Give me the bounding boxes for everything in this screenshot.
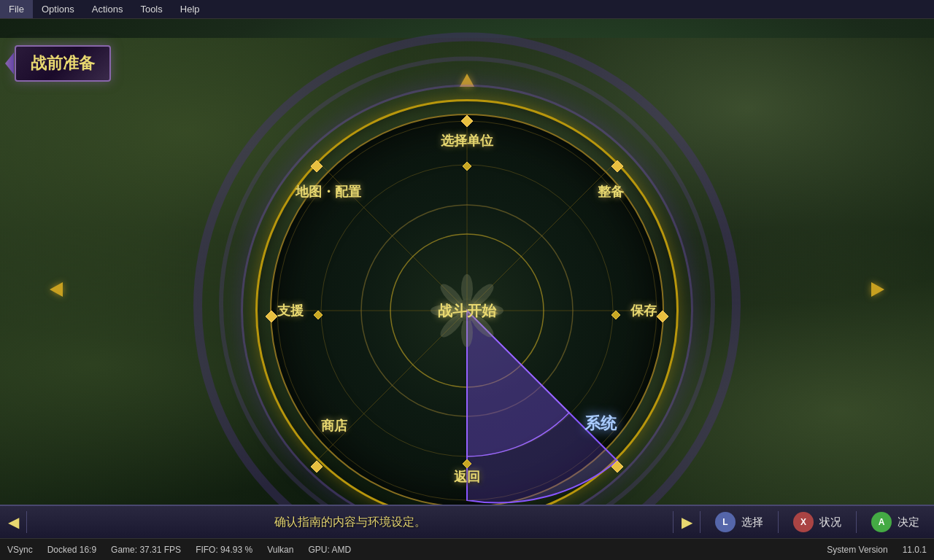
l-icon: L	[715, 512, 736, 532]
game-background: 战前准备	[0, 19, 934, 560]
menu-center-button[interactable]: 战斗开始	[438, 301, 496, 321]
status-bar: VSync Docked 16:9 Game: 37.31 FPS FIFO: …	[0, 538, 934, 560]
x-icon: X	[793, 512, 814, 532]
vsync-text: VSync	[7, 545, 33, 555]
action-btn-select[interactable]: L 选择	[700, 512, 778, 532]
title-text: 战前准备	[31, 54, 95, 72]
select-label: 选择	[741, 516, 763, 529]
gold-arrow-right	[871, 282, 884, 297]
fifo-text: FIFO: 94.93 %	[196, 545, 252, 555]
menu-item-shop[interactable]: 商店	[321, 417, 347, 435]
menu-tools[interactable]: Tools	[131, 0, 171, 18]
action-bar: ◀ 确认指南的内容与环境设定。 ▶ L 选择 X 状况 A 决定	[0, 505, 934, 538]
api-text: Vulkan	[267, 545, 293, 555]
menu-item-save[interactable]: 保存	[630, 302, 657, 319]
version-text: 11.0.1	[903, 545, 927, 555]
next-arrow[interactable]: ▶	[674, 509, 700, 535]
action-btn-status[interactable]: X 状况	[779, 512, 856, 532]
radial-menu: ✦ ✦ 选择单位 整备 地图・配置	[255, 99, 679, 522]
a-icon: A	[871, 512, 892, 532]
menu-item-return[interactable]: 返回	[454, 468, 480, 486]
menu-item-system[interactable]: 系统	[584, 413, 617, 435]
ratio-text: Docked 16:9	[47, 545, 96, 555]
message-text: 确认指南的内容与环境设定。	[274, 516, 426, 528]
title-banner: 战前准备	[15, 45, 111, 82]
menu-bar: File Options Actions Tools Help	[0, 0, 934, 19]
menu-item-support[interactable]: 支援	[277, 302, 304, 319]
prev-arrow[interactable]: ◀	[0, 509, 26, 535]
status-label: 状况	[819, 516, 841, 529]
action-btn-confirm[interactable]: A 决定	[857, 512, 934, 532]
message-area: 确认指南的内容与环境设定。	[27, 515, 673, 530]
gold-arrow-top	[460, 74, 474, 87]
gpu-text: GPU: AMD	[308, 545, 351, 555]
gold-arrow-left	[50, 282, 63, 297]
menu-options[interactable]: Options	[33, 0, 83, 18]
menu-item-map-config[interactable]: 地图・配置	[296, 183, 361, 201]
menu-item-equip[interactable]: 整备	[598, 183, 624, 201]
menu-actions[interactable]: Actions	[83, 0, 132, 18]
confirm-label: 决定	[898, 516, 919, 529]
menu-help[interactable]: Help	[171, 0, 209, 18]
menu-file[interactable]: File	[0, 0, 33, 18]
fps-text: Game: 37.31 FPS	[111, 545, 181, 555]
menu-item-select-unit[interactable]: 选择单位	[441, 132, 493, 149]
version-label: System Version	[827, 545, 887, 555]
